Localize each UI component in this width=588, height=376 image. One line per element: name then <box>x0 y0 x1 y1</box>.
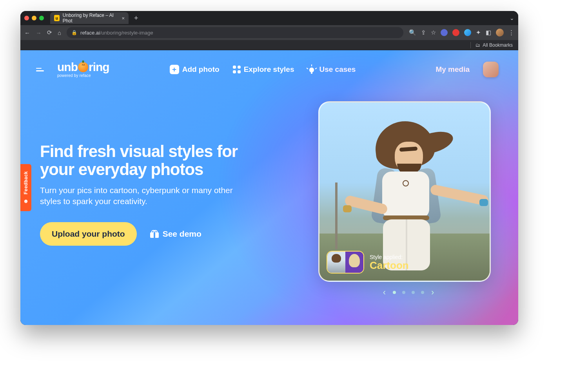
reload-icon[interactable]: ⟳ <box>47 29 52 36</box>
bookmarks-bar: 🗂 All Bookmarks <box>20 40 518 50</box>
thumb-styled <box>345 252 363 273</box>
home-icon[interactable]: ⌂ <box>58 29 61 36</box>
divider <box>470 42 471 48</box>
before-after-thumbs[interactable] <box>327 251 364 274</box>
style-badge: Style applied: Cartoon <box>327 251 409 274</box>
folder-icon: 🗂 <box>475 42 480 48</box>
plus-icon: + <box>170 65 179 74</box>
sidepanel-icon[interactable]: ◧ <box>486 29 491 36</box>
favicon-icon: u <box>54 15 60 21</box>
browser-tab[interactable]: u Unboring by Reface – AI Phot × <box>50 12 129 24</box>
maximize-window-icon[interactable] <box>39 16 44 20</box>
window-controls[interactable] <box>24 16 44 20</box>
forward-icon[interactable]: → <box>36 29 42 36</box>
style-name: Cartoon <box>370 260 409 270</box>
logo-text-left: unb <box>57 61 78 73</box>
browser-window: u Unboring by Reface – AI Phot × + ⌄ ← →… <box>20 11 518 325</box>
tab-strip: u Unboring by Reface – AI Phot × + ⌄ <box>20 11 518 25</box>
kebab-menu-icon[interactable]: ⋮ <box>508 29 514 36</box>
nav-add-photo[interactable]: + Add photo <box>170 65 220 74</box>
logo-text-right: ring <box>89 61 109 73</box>
lock-icon: 🔒 <box>71 30 77 35</box>
feedback-label: Feedback <box>23 171 29 194</box>
new-tab-button[interactable]: + <box>132 14 141 22</box>
profile-avatar-icon[interactable] <box>496 29 504 37</box>
tabs-overflow-icon[interactable]: ⌄ <box>510 15 514 21</box>
tab-title: Unboring by Reface – AI Phot <box>63 13 116 24</box>
extension-icon[interactable] <box>441 29 448 36</box>
logo[interactable]: unb ring powered by reface <box>57 61 109 78</box>
thumb-original <box>327 252 345 273</box>
back-icon[interactable]: ← <box>24 29 30 36</box>
cartoon-character-illustration <box>340 121 469 266</box>
url-text: reface.ai/unboring/restyle-image <box>80 30 153 36</box>
menu-button[interactable] <box>36 68 44 71</box>
lightbulb-icon <box>307 65 316 74</box>
gift-icon <box>150 230 159 238</box>
pumpkin-icon <box>78 62 88 72</box>
close-window-icon[interactable] <box>24 16 29 20</box>
see-demo-link[interactable]: See demo <box>150 229 201 239</box>
extensions-puzzle-icon[interactable]: ✦ <box>476 29 481 36</box>
page-content: Feedback ☻ unb ring powered by reface + … <box>20 50 518 325</box>
all-bookmarks-link[interactable]: All Bookmarks <box>483 42 513 48</box>
browser-toolbar: ← → ⟳ ⌂ 🔒 reface.ai/unboring/restyle-ima… <box>20 25 518 40</box>
upload-photo-button[interactable]: Upload your photo <box>40 222 137 246</box>
smiley-icon: ☻ <box>23 198 29 204</box>
address-bar[interactable]: 🔒 reface.ai/unboring/restyle-image <box>67 27 403 38</box>
extension-icon[interactable] <box>452 29 459 36</box>
close-tab-icon[interactable]: × <box>122 15 125 21</box>
feedback-tab[interactable]: Feedback ☻ <box>20 164 31 211</box>
minimize-window-icon[interactable] <box>32 16 36 20</box>
zoom-icon[interactable]: 🔍 <box>409 29 416 36</box>
logo-tagline: powered by reface <box>57 74 109 78</box>
style-preview-card: Style applied: Cartoon <box>318 101 491 282</box>
share-icon[interactable]: ⇪ <box>421 29 426 36</box>
bookmark-star-icon[interactable]: ☆ <box>431 29 436 36</box>
extension-icon[interactable] <box>464 29 471 36</box>
see-demo-label: See demo <box>163 229 201 239</box>
grid-icon <box>233 66 241 73</box>
